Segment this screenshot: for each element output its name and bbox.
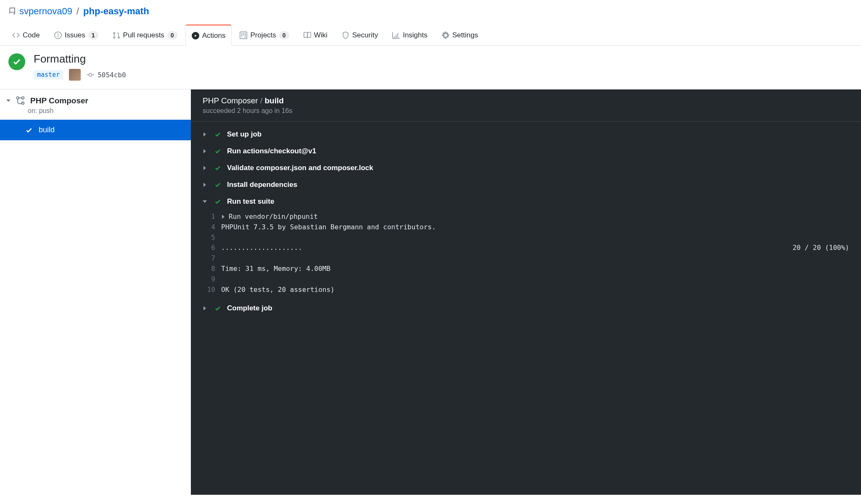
- log-line: 9: [191, 274, 861, 285]
- gear-icon: [442, 32, 449, 39]
- tab-settings[interactable]: Settings: [436, 24, 484, 45]
- line-content: [221, 253, 849, 264]
- check-icon: [214, 198, 221, 205]
- log-panel: PHP Composer / build succeeded 2 hours a…: [191, 89, 861, 495]
- step-row[interactable]: Set up job: [191, 126, 861, 143]
- chevron-right-icon: [203, 149, 209, 153]
- line-content: Run vendor/bin/phpunit: [221, 212, 849, 222]
- check-icon: [214, 131, 221, 138]
- branch-tag[interactable]: master: [34, 70, 63, 79]
- log-line: 1Run vendor/bin/phpunit: [191, 212, 861, 222]
- step-label: Validate composer.json and composer.lock: [227, 164, 373, 172]
- log-header: PHP Composer / build succeeded 2 hours a…: [191, 89, 861, 122]
- sidebar: PHP Composer on: push build: [0, 89, 191, 495]
- tab-label: Settings: [452, 31, 478, 39]
- log-line: 8Time: 31 ms, Memory: 4.00MB: [191, 264, 861, 274]
- steps-list: Set up jobRun actions/checkout@v1Validat…: [191, 122, 861, 321]
- chevron-down-icon: [6, 98, 11, 103]
- tab-label: Actions: [202, 32, 226, 40]
- step-row[interactable]: Validate composer.json and composer.lock: [191, 160, 861, 176]
- line-content: OK (20 tests, 20 assertions): [221, 285, 849, 295]
- breadcrumb: svpernova09 / php-easy-math: [0, 0, 861, 24]
- workflow-row[interactable]: PHP Composer: [0, 89, 191, 107]
- graph-icon: [392, 32, 400, 39]
- step-row[interactable]: Install dependencies: [191, 176, 861, 193]
- step-row[interactable]: Run actions/checkout@v1: [191, 143, 861, 160]
- check-icon: [214, 181, 221, 188]
- tab-label: Insights: [403, 31, 428, 39]
- workflow-trigger: on: push: [0, 107, 191, 120]
- avatar[interactable]: [69, 69, 81, 81]
- tab-label: Pull requests: [123, 31, 164, 39]
- step-label: Run test suite: [227, 197, 274, 206]
- log-line: 5: [191, 233, 861, 243]
- tab-label: Projects: [250, 31, 276, 39]
- counter: 0: [167, 31, 177, 39]
- tab-label: Code: [23, 31, 40, 39]
- tab-insights[interactable]: Insights: [386, 24, 434, 45]
- owner-link[interactable]: svpernova09: [19, 6, 72, 17]
- run-header: Formatting master 5054cb0: [0, 46, 861, 89]
- tab-actions[interactable]: Actions: [185, 24, 232, 46]
- chevron-right-icon: [221, 215, 225, 219]
- step-label: Complete job: [227, 304, 272, 312]
- chevron-right-icon: [203, 306, 209, 310]
- svg-point-2: [22, 102, 24, 105]
- workflow-name: PHP Composer: [30, 96, 88, 105]
- line-content: PHPUnit 7.3.5 by Sebastian Bergmann and …: [221, 222, 849, 233]
- tab-label: Issues: [65, 31, 85, 39]
- log-line: 6....................20 / 20 (100%): [191, 243, 861, 253]
- log-line: 10OK (20 tests, 20 assertions): [191, 285, 861, 295]
- line-number: 5: [203, 233, 221, 243]
- job-row-build[interactable]: build: [0, 120, 191, 140]
- counter: 1: [88, 31, 98, 39]
- line-number: 4: [203, 222, 221, 233]
- log-status: succeeded 2 hours ago in 16s: [203, 107, 849, 115]
- step-label: Install dependencies: [227, 181, 297, 189]
- check-icon: [214, 148, 221, 155]
- line-content: [221, 274, 849, 285]
- tab-projects[interactable]: Projects 0: [233, 24, 295, 45]
- line-content: ....................20 / 20 (100%): [221, 243, 849, 253]
- shield-icon: [342, 32, 349, 39]
- chevron-right-icon: [203, 166, 209, 170]
- tab-label: Security: [352, 31, 378, 39]
- step-row[interactable]: Run test suite: [191, 193, 861, 210]
- svg-point-0: [16, 97, 19, 99]
- git-pull-request-icon: [113, 32, 120, 39]
- tab-security[interactable]: Security: [335, 24, 384, 45]
- tab-code[interactable]: Code: [6, 24, 46, 45]
- check-icon: [214, 165, 221, 171]
- status-success-circle: [8, 53, 25, 70]
- line-content: [221, 233, 849, 243]
- log-title: PHP Composer / build: [203, 96, 849, 105]
- check-icon: [25, 126, 33, 134]
- book-icon: [304, 32, 311, 39]
- chevron-right-icon: [203, 183, 209, 187]
- step-row[interactable]: Complete job: [191, 300, 861, 317]
- repo-link[interactable]: php-easy-math: [83, 6, 149, 17]
- line-number: 1: [203, 212, 221, 222]
- repo-icon: [8, 8, 16, 15]
- counter: 0: [279, 31, 289, 39]
- line-number: 10: [203, 285, 221, 295]
- tab-wiki[interactable]: Wiki: [297, 24, 334, 45]
- project-icon: [240, 32, 247, 39]
- commit-icon: [87, 71, 94, 79]
- check-icon: [214, 305, 221, 312]
- tab-pull-requests[interactable]: Pull requests 0: [106, 24, 184, 45]
- play-icon: [192, 32, 199, 39]
- line-content: Time: 31 ms, Memory: 4.00MB: [221, 264, 849, 274]
- chevron-down-icon: [203, 200, 209, 204]
- breadcrumb-sep: /: [77, 6, 79, 17]
- run-title: Formatting: [34, 52, 126, 66]
- log-lines: 1Run vendor/bin/phpunit4PHPUnit 7.3.5 by…: [191, 210, 861, 300]
- main: PHP Composer on: push build PHP Composer…: [0, 89, 861, 495]
- commit-ref[interactable]: 5054cb0: [87, 71, 126, 79]
- log-line: 7: [191, 253, 861, 264]
- tab-issues[interactable]: Issues 1: [48, 24, 105, 45]
- tab-bar: Code Issues 1 Pull requests 0 Actions Pr…: [0, 24, 861, 46]
- line-number: 8: [203, 264, 221, 274]
- run-meta: master 5054cb0: [34, 69, 126, 81]
- tab-label: Wiki: [314, 31, 327, 39]
